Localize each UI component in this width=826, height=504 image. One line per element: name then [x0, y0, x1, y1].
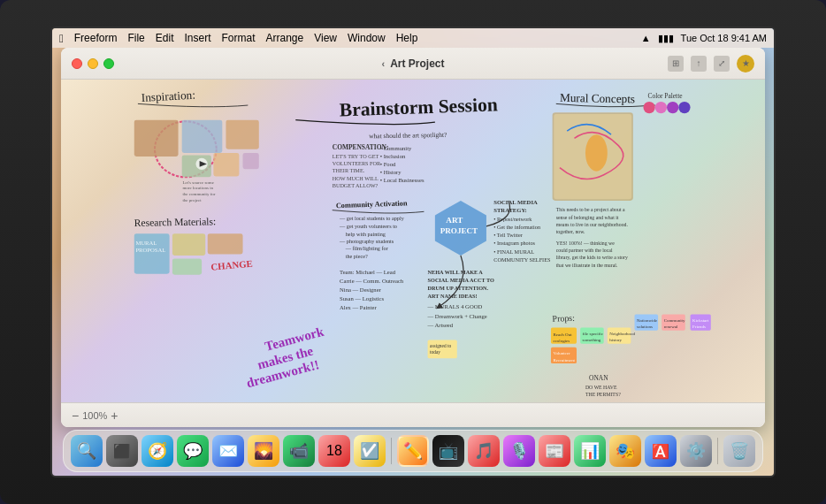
menu-insert[interactable]: Insert [184, 32, 210, 44]
music-icon[interactable]: 🎵 [468, 435, 500, 467]
share-icon[interactable]: ↑ [691, 56, 707, 72]
finder-icon[interactable]: 🔍 [71, 435, 103, 467]
svg-rect-108 [428, 340, 457, 358]
svg-text:Teamwork: Teamwork [264, 325, 326, 354]
svg-text:Alex — Painter: Alex — Painter [340, 304, 377, 310]
svg-text:SOCIAL MEDIA ACCT TO: SOCIAL MEDIA ACCT TO [428, 277, 494, 283]
svg-text:— get local students to apply: — get local students to apply [339, 215, 405, 221]
grid-view-icon[interactable]: ⊞ [668, 56, 684, 72]
svg-text:• Instagram photos: • Instagram photos [493, 240, 535, 246]
zoom-level-display: 100% [82, 410, 107, 421]
zoom-plus-button[interactable]: + [111, 409, 118, 423]
svg-text:Community Activation: Community Activation [336, 199, 408, 210]
svg-text:Carrie — Comm. Outreach: Carrie — Comm. Outreach [340, 278, 404, 284]
svg-text:DRUM UP ATTENTION.: DRUM UP ATTENTION. [428, 285, 489, 291]
menu-freeform[interactable]: Freeform [74, 32, 118, 44]
svg-text:COMPENSATION:: COMPENSATION: [333, 143, 389, 151]
maximize-button[interactable] [103, 58, 114, 69]
photos-icon[interactable]: 🌄 [248, 435, 279, 467]
settings-icon[interactable]: ★ [737, 55, 754, 73]
appstore-icon[interactable]: 🅰️ [645, 435, 677, 467]
menu-bar-right: ▲ ▮▮▮ Tue Oct 18 9:41 AM [641, 33, 767, 44]
svg-text:the piece?: the piece? [346, 253, 368, 259]
svg-marker-38 [435, 201, 486, 256]
svg-point-75 [655, 102, 667, 113]
news-icon[interactable]: 📰 [539, 435, 570, 467]
svg-rect-102 [691, 314, 711, 330]
svg-text:NEHA WILL MAKE A: NEHA WILL MAKE A [428, 269, 484, 275]
zoom-minus-button[interactable]: − [72, 409, 79, 423]
mail-icon[interactable]: ✉️ [212, 435, 244, 467]
menu-file[interactable]: File [127, 32, 144, 44]
svg-rect-93 [608, 327, 631, 343]
facetime-icon[interactable]: 📹 [283, 435, 315, 467]
svg-text:YES! 100%! — thinking we: YES! 100%! — thinking we [556, 241, 615, 246]
svg-text:Inspiration:: Inspiration: [141, 88, 195, 104]
svg-rect-16 [134, 233, 170, 274]
svg-text:— photography students: — photography students [339, 238, 394, 244]
title-bar-icons: ⊞ ↑ ⤢ ★ [668, 55, 754, 73]
canvas[interactable]: Brainstorm Session Inspiration: [61, 80, 765, 402]
svg-text:THEIR TIME.: THEIR TIME. [333, 167, 365, 173]
svg-text:something: something [583, 338, 601, 342]
svg-text:• History: • History [380, 169, 402, 175]
back-nav-icon[interactable]: ‹ [381, 58, 385, 69]
svg-rect-6 [182, 155, 211, 177]
svg-rect-105 [551, 347, 577, 363]
menu-view[interactable]: View [314, 32, 337, 44]
svg-rect-70 [554, 114, 631, 199]
svg-rect-4 [182, 120, 223, 153]
podcasts-icon[interactable]: 🎙️ [503, 435, 535, 467]
svg-text:PROPOSAL: PROPOSAL [135, 247, 165, 253]
svg-rect-69 [553, 112, 633, 201]
zoom-icon[interactable]: ⤢ [714, 56, 730, 72]
menu-format[interactable]: Format [221, 32, 255, 44]
clock-display: Tue Oct 18 9:41 AM [681, 33, 767, 43]
svg-text:that we illustrate in the mura: that we illustrate in the mural. [556, 263, 618, 268]
minimize-button[interactable] [88, 58, 98, 69]
apple-icon[interactable]:  [59, 32, 64, 45]
numbers-icon[interactable]: 📊 [574, 435, 606, 467]
systemprefs-icon[interactable]: ⚙️ [680, 435, 712, 467]
svg-text:the community for: the community for [183, 192, 216, 196]
menu-arrange[interactable]: Arrange [266, 32, 304, 44]
document-title: Art Project [390, 57, 444, 70]
svg-rect-19 [172, 258, 202, 274]
svg-point-9 [195, 158, 207, 170]
svg-point-2 [155, 121, 217, 177]
svg-rect-17 [172, 233, 205, 256]
svg-text:LET'S TRY TO GET: LET'S TRY TO GET [333, 153, 379, 159]
svg-rect-99 [662, 314, 685, 330]
menu-edit[interactable]: Edit [156, 32, 174, 44]
keynote-icon[interactable]: 🎭 [609, 435, 641, 467]
svg-point-76 [667, 102, 678, 113]
trash-icon[interactable]: 🗑️ [723, 435, 755, 467]
canvas-svg: Brainstorm Session Inspiration: [61, 80, 765, 402]
tv-icon[interactable]: 📺 [432, 435, 464, 467]
svg-text:Brainstorm Session: Brainstorm Session [339, 94, 498, 120]
close-button[interactable] [72, 58, 82, 69]
svg-text:more locations in: more locations in [183, 186, 214, 190]
svg-point-71 [585, 134, 608, 171]
launchpad-icon[interactable]: ⬛ [106, 435, 138, 467]
svg-text:could partner with the local: could partner with the local [556, 248, 613, 253]
svg-text:— film/lighting for: — film/lighting for [345, 245, 389, 251]
svg-text:Volunteer: Volunteer [553, 351, 570, 355]
calendar-icon[interactable]: 18 [318, 435, 350, 467]
svg-text:help with painting: help with painting [346, 231, 386, 237]
svg-text:• Community: • Community [380, 145, 412, 151]
reminders-icon[interactable]: ☑️ [354, 435, 386, 467]
title-bar: ‹ Art Project ⊞ ↑ ⤢ ★ [61, 48, 765, 80]
safari-icon[interactable]: 🧭 [141, 435, 173, 467]
freeform-icon[interactable]: ✏️ [397, 435, 429, 467]
svg-text:assigned to: assigned to [430, 343, 451, 348]
svg-text:ecologies: ecologies [553, 339, 570, 343]
svg-text:the project: the project [183, 198, 203, 202]
svg-text:HOW MUCH WILL: HOW MUCH WILL [333, 175, 379, 181]
menu-window[interactable]: Window [348, 32, 386, 44]
svg-text:ART NAME IDEAS!: ART NAME IDEAS! [428, 293, 478, 299]
svg-text:— Artseed: — Artseed [427, 322, 454, 328]
svg-text:THE PERMITS?: THE PERMITS? [585, 392, 621, 397]
messages-icon[interactable]: 💬 [177, 435, 209, 467]
menu-help[interactable]: Help [396, 32, 418, 44]
